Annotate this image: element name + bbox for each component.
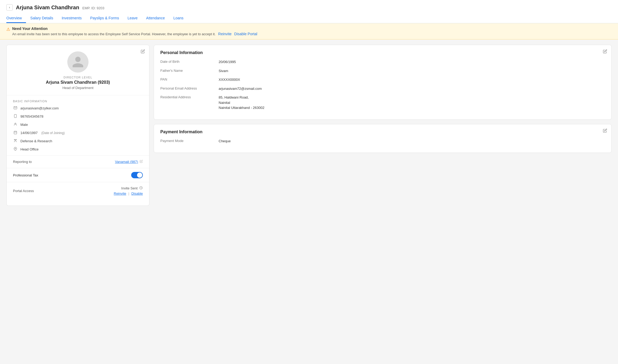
invite-status: Invite Sent — [121, 186, 143, 190]
personal-info-title: Personal Information — [160, 50, 605, 55]
back-button[interactable]: ‹ — [6, 4, 13, 11]
residential-address-label: Residential Address — [160, 95, 219, 99]
alert-bar: ⚠ Need Your Attention An email invite ha… — [0, 23, 618, 39]
nav-tabs: Overview Salary Details Investments Pays… — [6, 14, 612, 23]
location-row: Head Office — [13, 147, 143, 152]
employee-level: DIRECTOR LEVEL — [64, 76, 92, 79]
gender-value: Male — [20, 123, 28, 127]
personal-email-value: arjunasivam72@zsmail.com — [219, 86, 262, 91]
reporting-value[interactable]: Vanamali (987) — [115, 160, 138, 164]
payment-info-card: Payment Information Payment Mode Cheque — [154, 124, 612, 153]
pan-row: PAN XXXXX0000X — [160, 77, 605, 82]
basic-info-label: BASIC INFORMATION — [13, 100, 143, 103]
doj-suffix: (Date of Joining) — [41, 131, 65, 135]
phone-value: 987654345678 — [20, 114, 43, 118]
alert-title: Need Your Attention — [12, 26, 612, 31]
employee-header: ‹ Arjuna Sivam Chandhran EMP. ID: 9203 — [6, 4, 612, 11]
payment-mode-value: Cheque — [219, 139, 231, 144]
employee-name: Arjuna Sivam Chandhran — [16, 5, 79, 10]
reporting-label: Reporting to — [13, 160, 32, 164]
dob-label: Date of Birth — [160, 59, 219, 64]
profile-edit-button[interactable] — [141, 49, 145, 55]
emp-id: EMP. ID: 9203 — [82, 6, 104, 10]
pan-label: PAN — [160, 77, 219, 81]
department-row: Defense & Research — [13, 139, 143, 143]
personal-info-card: Personal Information Date of Birth 20/06… — [154, 45, 612, 120]
payment-mode-label: Payment Mode — [160, 139, 219, 143]
father-name-row: Father's Name Sivam — [160, 68, 605, 74]
residential-address-value: 85, Haldwani Road, Nainital Nainital Utt… — [219, 95, 264, 110]
reporting-edit-icon[interactable] — [140, 160, 143, 164]
profile-section: DIRECTOR LEVEL Arjuna Sivam Chandhran (9… — [7, 45, 149, 95]
reporting-row: Reporting to Vanamali (987) — [7, 155, 149, 168]
portal-access-label: Portal Access — [13, 189, 34, 193]
doj-row: 14/06/1997 (Date of Joining) — [13, 131, 143, 135]
alert-message: An email invite has been sent to this em… — [12, 32, 215, 36]
father-name-label: Father's Name — [160, 68, 219, 73]
department-value: Defense & Research — [20, 139, 52, 143]
department-icon — [13, 139, 18, 143]
left-panel: DIRECTOR LEVEL Arjuna Sivam Chandhran (9… — [6, 45, 149, 206]
doj-value: 14/06/1997 — [20, 131, 38, 135]
tab-payslips-forms[interactable]: Payslips & Forms — [86, 14, 123, 23]
tab-salary-details[interactable]: Salary Details — [26, 14, 57, 23]
basic-info-section: BASIC INFORMATION arjunasivam@zylker.com… — [7, 95, 149, 152]
personal-email-row: Personal Email Address arjunasivam72@zsm… — [160, 86, 605, 91]
father-name-value: Sivam — [219, 68, 228, 74]
tab-loans[interactable]: Loans — [169, 14, 188, 23]
location-value: Head Office — [20, 147, 38, 151]
payment-mode-row: Payment Mode Cheque — [160, 139, 605, 144]
payment-info-edit-button[interactable] — [603, 128, 607, 134]
portal-access-row: Portal Access Invite Sent Reinvite | Dis… — [7, 182, 149, 199]
location-icon — [13, 147, 18, 152]
residential-address-row: Residential Address 85, Haldwani Road, N… — [160, 95, 605, 110]
main-content: DIRECTOR LEVEL Arjuna Sivam Chandhran (9… — [0, 39, 618, 211]
alert-reinvite-link[interactable]: Reinvite — [218, 32, 232, 36]
email-row: arjunasivam@zylker.com — [13, 106, 143, 110]
dob-row: Date of Birth 20/06/1995 — [160, 59, 605, 65]
toggle-circle — [137, 172, 142, 178]
profile-role: Head of Department — [62, 86, 93, 90]
calendar-icon — [13, 131, 18, 135]
email-icon — [13, 106, 18, 110]
pan-value: XXXXX0000X — [219, 77, 240, 82]
tab-attendance[interactable]: Attendance — [142, 14, 169, 23]
svg-rect-1 — [14, 114, 16, 118]
professional-tax-toggle[interactable] — [131, 172, 143, 178]
payment-info-title: Payment Information — [160, 130, 605, 134]
email-value: arjunasivam@zylker.com — [20, 106, 59, 110]
avatar — [67, 51, 89, 73]
phone-row: 987654345678 — [13, 114, 143, 119]
svg-point-9 — [16, 139, 16, 140]
professional-tax-row: Professional Tax — [7, 168, 149, 182]
personal-email-label: Personal Email Address — [160, 86, 219, 90]
dob-value: 20/06/1995 — [219, 59, 236, 65]
top-bar: ‹ Arjuna Sivam Chandhran EMP. ID: 9203 O… — [0, 0, 618, 23]
tab-overview[interactable]: Overview — [6, 14, 26, 23]
tab-investments[interactable]: Investments — [58, 14, 86, 23]
gender-icon — [13, 122, 18, 127]
clock-icon — [139, 186, 143, 190]
personal-info-edit-button[interactable] — [603, 49, 607, 55]
svg-rect-4 — [14, 131, 17, 134]
portal-divider: | — [128, 192, 129, 196]
profile-name: Arjuna Sivam Chandhran (9203) — [46, 80, 110, 85]
tab-leave[interactable]: Leave — [123, 14, 142, 23]
portal-disable-link[interactable]: Disable — [131, 192, 143, 196]
alert-icon: ⚠ — [6, 27, 10, 32]
gender-row: Male — [13, 122, 143, 127]
professional-tax-label: Professional Tax — [13, 173, 38, 177]
avatar-icon — [71, 55, 85, 69]
svg-point-11 — [15, 148, 16, 149]
alert-disable-link[interactable]: Disable Portal — [234, 32, 257, 36]
portal-reinvite-link[interactable]: Reinvite — [114, 192, 126, 196]
right-panel: Personal Information Date of Birth 20/06… — [154, 45, 612, 206]
phone-icon — [13, 114, 18, 119]
svg-point-8 — [15, 139, 16, 140]
svg-point-10 — [14, 139, 15, 140]
